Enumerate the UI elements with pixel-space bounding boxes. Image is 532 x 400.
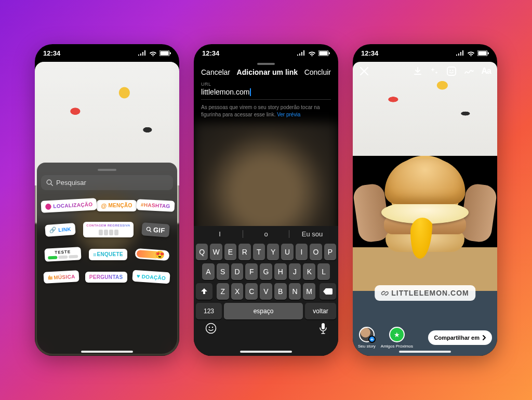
cancel-button[interactable]: Cancelar [201, 68, 230, 76]
signal-icon [456, 50, 464, 56]
share-button[interactable]: Compartilhar em [428, 330, 492, 345]
story-toolbar: Aa [353, 66, 497, 76]
key-p[interactable]: P [324, 244, 336, 260]
preview-link[interactable]: Ver prévia [277, 112, 300, 117]
notch [237, 44, 295, 56]
key-e[interactable]: E [224, 244, 236, 260]
key-c[interactable]: C [245, 283, 258, 300]
home-indicator[interactable] [240, 351, 292, 353]
sheet-grabber[interactable] [98, 169, 116, 171]
svg-point-11 [209, 327, 210, 328]
download-icon [413, 66, 422, 76]
suggestion[interactable]: I [197, 230, 243, 238]
key-b[interactable]: B [274, 283, 287, 300]
key-j[interactable]: J [289, 263, 301, 280]
sticker-hashtag[interactable]: #HASHTAG [136, 199, 175, 212]
status-time: 12:34 [202, 49, 219, 57]
plus-icon: + [368, 336, 376, 343]
keyboard: I o Eu sou QWERTYUIOP ASDFGHJKL ZXCVBNM … [194, 226, 338, 356]
svg-line-6 [150, 230, 151, 232]
sticker-music[interactable]: ılıı MÚSICA [44, 270, 80, 284]
return-key[interactable]: voltar [305, 303, 336, 319]
space-key[interactable]: espaço [224, 303, 303, 319]
emoji-icon [205, 323, 217, 334]
svg-rect-15 [478, 51, 487, 55]
shift-key[interactable] [196, 283, 212, 300]
status-time: 12:34 [361, 49, 378, 57]
key-d[interactable]: D [231, 263, 244, 280]
key-x[interactable]: X [231, 283, 244, 300]
backspace-key[interactable] [320, 283, 336, 300]
svg-rect-17 [447, 67, 456, 75]
sticker-poll[interactable]: ≡ ENQUETE [89, 249, 127, 260]
battery-icon [159, 50, 171, 56]
sticker-donation[interactable]: ♥ DOAÇÃO [132, 270, 170, 284]
link-icon: 🔗 [49, 226, 57, 234]
text-button[interactable]: Aa [482, 66, 491, 76]
sticker-link[interactable]: 🔗 LINK [45, 223, 75, 237]
keyboard-row-1: QWERTYUIOP [194, 242, 338, 262]
link-sticker-placed[interactable]: LITTLELEMON.COM [375, 285, 475, 301]
key-q[interactable]: Q [196, 244, 208, 260]
download-button[interactable] [413, 66, 422, 76]
dictation-key[interactable] [320, 323, 327, 334]
your-story-target[interactable]: + Seu story [358, 327, 376, 349]
sticker-location[interactable]: ⬤ LOCALIZAÇÃO [41, 198, 97, 213]
squiggle-icon [464, 67, 474, 75]
home-indicator[interactable] [399, 351, 451, 353]
sticker-mention[interactable]: @ MENÇÃO [97, 200, 136, 211]
home-indicator[interactable] [81, 351, 133, 353]
sticker-sheet[interactable]: Pesquisar ⬤ LOCALIZAÇÃO @ MENÇÃO #HASHTA… [37, 163, 177, 354]
close-button[interactable] [359, 66, 369, 76]
key-l[interactable]: L [317, 263, 330, 280]
key-w[interactable]: W [210, 244, 222, 260]
key-h[interactable]: H [274, 263, 287, 280]
link-icon [381, 289, 389, 297]
sticker-button[interactable] [446, 66, 457, 76]
effects-button[interactable] [430, 66, 439, 76]
key-u[interactable]: U [281, 244, 293, 260]
key-g[interactable]: G [260, 263, 272, 280]
key-y[interactable]: Y [267, 244, 279, 260]
key-z[interactable]: Z [217, 283, 229, 300]
suggestion[interactable]: o [243, 230, 289, 238]
status-time: 12:34 [43, 49, 60, 57]
sticker-slider[interactable] [135, 248, 169, 261]
key-t[interactable]: T [253, 244, 265, 260]
sticker-questions[interactable]: PERGUNTAS [85, 272, 127, 283]
close-friends-target[interactable]: Amigos Próximos [381, 327, 413, 349]
sparkle-icon [430, 66, 439, 76]
key-a[interactable]: A [202, 263, 215, 280]
emoji-key[interactable] [205, 323, 217, 334]
key-o[interactable]: O [310, 244, 322, 260]
svg-rect-2 [170, 52, 171, 54]
wifi-icon [467, 50, 475, 56]
bars-icon: ≡ [93, 251, 95, 258]
url-input[interactable]: littlelemon.com [201, 87, 331, 100]
keyboard-row-3: ZXCVBNM [194, 282, 338, 301]
close-icon [359, 66, 369, 76]
suggestion[interactable]: Eu sou [289, 230, 335, 238]
svg-point-12 [212, 327, 213, 328]
sticker-quiz[interactable]: TESTE [45, 247, 82, 262]
sticker-countdown[interactable]: CONTAGEM REGRESSIVA [83, 222, 134, 237]
draw-button[interactable] [464, 67, 474, 75]
sticker-gif[interactable]: GIF [141, 222, 169, 237]
key-v[interactable]: V [260, 283, 272, 300]
key-n[interactable]: N [289, 283, 301, 300]
svg-rect-16 [488, 52, 489, 54]
story-footer: + Seu story Amigos Próximos Compartilhar… [353, 327, 497, 349]
sticker-search-input[interactable]: Pesquisar [41, 175, 173, 190]
battery-icon [477, 50, 489, 56]
microphone-icon [320, 323, 327, 334]
key-s[interactable]: S [217, 263, 229, 280]
key-f[interactable]: F [245, 263, 258, 280]
numbers-key[interactable]: 123 [196, 303, 222, 319]
wifi-icon [308, 50, 316, 56]
key-r[interactable]: R [238, 244, 250, 260]
key-k[interactable]: K [303, 263, 315, 280]
key-m[interactable]: M [303, 283, 315, 300]
story-canvas[interactable] [353, 62, 497, 356]
done-button[interactable]: Concluir [304, 68, 331, 76]
key-i[interactable]: I [296, 244, 308, 260]
